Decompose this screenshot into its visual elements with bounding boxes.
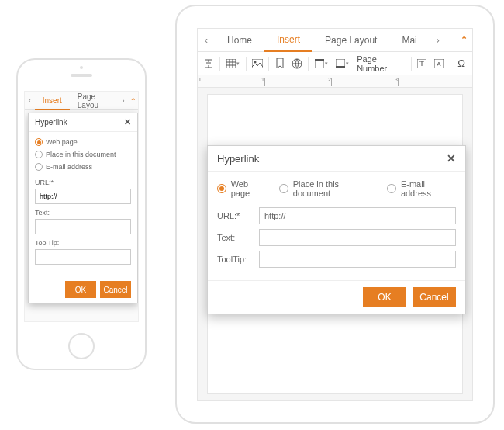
ribbon-collapse-icon[interactable]: ⌃ (128, 97, 138, 105)
ruler-tick: 1 (261, 77, 264, 82)
symbol-icon[interactable]: A (431, 55, 447, 72)
radio-place-in-document[interactable]: Place in this document (35, 151, 131, 158)
svg-text:A: A (437, 61, 442, 68)
ribbon-tabs: ‹ Home Insert Page Layout Mai › ⌃ (198, 29, 472, 52)
tooltip-input[interactable] (35, 249, 131, 265)
tab-home[interactable]: Home (215, 29, 264, 51)
tab-insert[interactable]: Insert (35, 92, 70, 110)
url-input[interactable] (35, 189, 131, 204)
separator (450, 57, 450, 71)
dialog-footer: OK Cancel (208, 280, 465, 314)
link-type-radios: Web page Place in this document E-mail a… (217, 179, 456, 198)
radio-icon (387, 184, 396, 193)
dialog-footer: OK Cancel (29, 276, 137, 303)
cancel-button[interactable]: Cancel (100, 281, 131, 298)
text-field-group: Text: (35, 209, 131, 234)
bookmark-icon[interactable] (272, 55, 288, 72)
close-icon[interactable]: ✕ (124, 117, 131, 127)
radio-icon (35, 163, 43, 171)
ribbon-tabs: ‹ Insert Page Layou › ⌃ (25, 92, 138, 110)
tab-page-layout[interactable]: Page Layou (70, 92, 119, 109)
table-icon[interactable]: ▾ (223, 55, 243, 72)
text-input[interactable] (259, 229, 456, 246)
svg-rect-7 (336, 66, 345, 68)
radio-label: Place in this document (293, 179, 376, 198)
url-label: URL:* (35, 179, 131, 186)
link-type-radios: Web page Place in this document E-mail a… (35, 138, 131, 171)
tablet-screen: ‹ Home Insert Page Layout Mai › ⌃ ▾ ▾ ▾ … (197, 28, 473, 401)
separator (308, 57, 309, 71)
url-label: URL:* (217, 211, 253, 220)
url-field-group: URL:* (217, 207, 456, 224)
phone-screen: ‹ Insert Page Layou › ⌃ Hyperlink ✕ Web … (24, 91, 139, 322)
ok-button[interactable]: OK (65, 281, 96, 298)
tab-insert[interactable]: Insert (264, 29, 312, 52)
hyperlink-dialog: Hyperlink ✕ Web page Place in this docum… (28, 113, 138, 303)
page-number-button[interactable]: Page Number (354, 54, 407, 73)
picture-icon[interactable] (250, 55, 265, 72)
separator (246, 57, 247, 71)
svg-rect-5 (315, 59, 324, 61)
url-input[interactable] (259, 207, 456, 224)
separator (268, 57, 269, 71)
radio-web-page[interactable]: Web page (35, 138, 131, 146)
text-label: Text: (217, 233, 253, 242)
radio-web-page[interactable]: Web page (217, 179, 268, 198)
tabs-prev-icon[interactable]: ‹ (25, 96, 35, 105)
separator (411, 57, 412, 71)
tab-mail[interactable]: Mai (389, 29, 429, 51)
footer-icon[interactable]: ▾ (333, 55, 352, 72)
url-field-group: URL:* (35, 179, 131, 204)
tooltip-label: ToolTip: (35, 239, 131, 247)
cancel-button[interactable]: Cancel (413, 287, 456, 307)
radio-label: Place in this document (46, 151, 116, 158)
dialog-body: Web page Place in this document E-mail a… (29, 132, 137, 276)
ribbon-collapse-icon[interactable]: ⌃ (455, 35, 472, 45)
ruler-indent-marker[interactable]: L (199, 77, 202, 82)
radio-icon (279, 184, 288, 193)
close-icon[interactable]: ✕ (447, 152, 456, 165)
svg-rect-0 (226, 59, 236, 68)
svg-point-2 (254, 61, 256, 63)
header-icon[interactable]: ▾ (312, 55, 331, 72)
radio-email-address[interactable]: E-mail address (35, 163, 131, 171)
phone-device: ‹ Insert Page Layou › ⌃ Hyperlink ✕ Web … (16, 58, 147, 370)
dropdown-icon: ▾ (236, 61, 240, 67)
separator (219, 57, 220, 71)
phone-camera (80, 66, 83, 69)
tablet-device: ‹ Home Insert Page Layout Mai › ⌃ ▾ ▾ ▾ … (175, 5, 495, 424)
text-input[interactable] (35, 219, 131, 234)
text-box-icon[interactable] (414, 55, 430, 72)
omega-icon[interactable]: Ω (454, 55, 469, 72)
text-field-group: Text: (217, 229, 456, 246)
tab-page-layout[interactable]: Page Layout (312, 29, 389, 51)
radio-icon (35, 151, 43, 158)
ok-button[interactable]: OK (363, 287, 406, 307)
tooltip-input[interactable] (259, 251, 456, 268)
radio-label: E-mail address (46, 163, 92, 171)
tooltip-field-group: ToolTip: (217, 251, 456, 268)
svg-rect-1 (252, 59, 263, 68)
ruler-tick: 3 (395, 77, 398, 82)
dropdown-icon: ▾ (325, 61, 328, 67)
insert-toolbar: ▾ ▾ ▾ Page Number A Ω (198, 52, 472, 75)
radio-place-in-document[interactable]: Place in this document (279, 179, 376, 198)
radio-icon (35, 138, 43, 146)
dialog-header: Hyperlink ✕ (208, 146, 465, 172)
page-break-icon[interactable] (201, 55, 216, 72)
text-label: Text: (35, 209, 131, 217)
hyperlink-icon[interactable] (289, 55, 305, 72)
dialog-header: Hyperlink ✕ (29, 113, 137, 132)
horizontal-ruler[interactable]: L 1 2 3 (198, 75, 472, 88)
tooltip-label: ToolTip: (217, 255, 253, 264)
phone-speaker (71, 74, 92, 77)
dialog-title: Hyperlink (35, 118, 67, 127)
tabs-next-icon[interactable]: › (118, 96, 128, 105)
tabs-prev-icon[interactable]: ‹ (198, 34, 215, 46)
radio-label: Web page (46, 138, 78, 146)
radio-email-address[interactable]: E-mail address (387, 179, 456, 198)
radio-icon (217, 184, 226, 193)
phone-home-button (68, 333, 95, 359)
tabs-next-icon[interactable]: › (430, 34, 447, 46)
dialog-body: Web page Place in this document E-mail a… (208, 172, 465, 280)
